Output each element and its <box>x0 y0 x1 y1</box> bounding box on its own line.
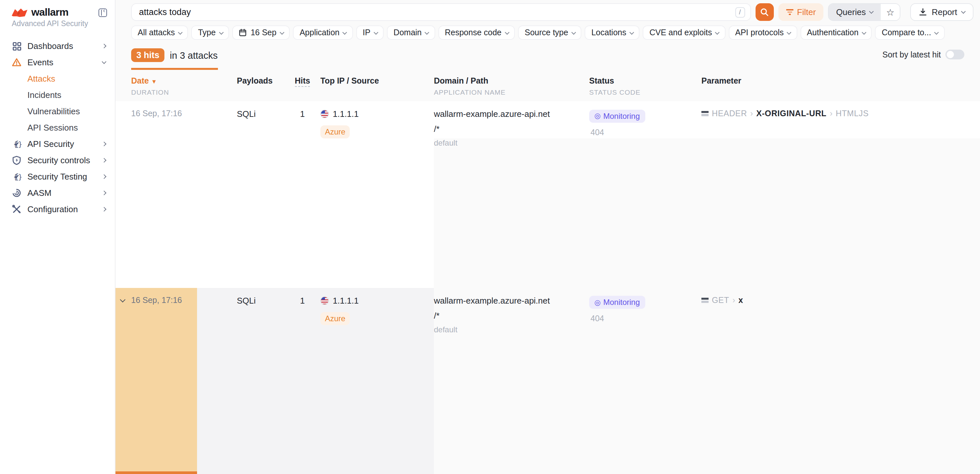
filter-chip-label: Type <box>198 28 216 37</box>
filter-chip-label: Application <box>299 28 339 37</box>
filter-chip-ip[interactable]: IP <box>356 26 384 40</box>
attack-row[interactable]: 16 Sep, 17:16 SQLi 1 1.1.1.1 Azure walla… <box>116 101 980 287</box>
sidebar-item-security-controls[interactable]: Security controls <box>12 152 110 168</box>
sidebar-item-label: Attacks <box>27 74 55 84</box>
filter-icon <box>786 8 793 16</box>
summary-row: 3 hits in 3 attacks Sort by latest hit <box>131 48 964 70</box>
column-status[interactable]: Status <box>589 77 702 86</box>
sidebar-item-label: Security Testing <box>27 172 102 182</box>
star-icon: ☆ <box>886 7 894 17</box>
sort-toggle[interactable] <box>945 49 964 59</box>
radar-icon <box>12 188 22 198</box>
filter-chip-source-type[interactable]: Source type <box>518 26 581 40</box>
search-button[interactable] <box>755 3 773 21</box>
chevron-down-icon <box>374 30 378 34</box>
chevron-right-icon <box>102 174 107 179</box>
search-icon <box>760 8 768 16</box>
sidebar-item-configuration[interactable]: Configuration <box>12 201 110 217</box>
chevron-right-icon <box>102 207 107 212</box>
chevron-down-icon <box>934 30 939 34</box>
sidebar-item-attacks[interactable]: Attacks <box>12 70 110 87</box>
source-tag-azure[interactable]: Azure <box>320 125 350 139</box>
attack-path: /* <box>434 310 589 320</box>
favorite-star-button[interactable]: ☆ <box>880 4 900 20</box>
attack-domain: wallarm-example.azure-api.net <box>434 109 589 119</box>
sidebar-item-api-sessions[interactable]: API Sessions <box>12 120 110 136</box>
attack-domain: wallarm-example.azure-api.net <box>434 295 589 305</box>
filter-chip-all-attacks[interactable]: All attacks <box>131 26 188 40</box>
filter-chip-16-sep[interactable]: 16 Sep <box>232 26 290 40</box>
attacks-table-header: Date ▼DURATION Payloads Hits Top IP / So… <box>116 77 980 101</box>
sort-desc-icon: ▼ <box>151 78 157 85</box>
search-input[interactable] <box>139 7 735 17</box>
attack-path: /* <box>434 124 589 134</box>
chevron-down-icon <box>787 30 791 34</box>
chevron-down-icon[interactable] <box>120 297 126 302</box>
hits-count-badge: 3 hits <box>131 48 165 62</box>
monitoring-icon: ◎ <box>594 112 601 120</box>
filter-chip-cve-and-exploits[interactable]: CVE and exploits <box>643 26 725 40</box>
sort-control: Sort by latest hit <box>883 49 964 59</box>
attacks-count-text: in 3 attacks <box>170 50 218 61</box>
monitoring-icon: ◎ <box>594 298 601 306</box>
chevron-right-icon <box>102 158 107 163</box>
sidebar-item-label: Dashboards <box>27 41 102 51</box>
filter-chip-domain[interactable]: Domain <box>387 26 435 40</box>
sidebar-item-api-security[interactable]: { {}API Security <box>12 136 110 152</box>
sidebar-item-label: API Security <box>27 139 102 149</box>
svg-text:{: { <box>13 173 18 181</box>
filter-chip-label: All attacks <box>138 28 175 37</box>
filter-chip-response-code[interactable]: Response code <box>439 26 515 40</box>
download-icon <box>919 8 927 16</box>
filter-chips-row: All attacksType16 SepApplicationIPDomain… <box>131 26 974 40</box>
filter-chip-api-protocols[interactable]: API protocols <box>729 26 797 40</box>
column-parameter[interactable]: Parameter <box>702 77 980 86</box>
search-box[interactable]: / <box>131 3 751 21</box>
slash-shortcut-hint: / <box>735 7 745 17</box>
filter-chip-label: Domain <box>393 28 422 37</box>
chevron-down-icon <box>716 30 720 34</box>
sidebar-nav: DashboardsEventsAttacksIncidentsVulnerab… <box>12 38 110 217</box>
queries-button[interactable]: Queries <box>829 4 880 20</box>
hits-tab[interactable]: 3 hits in 3 attacks <box>131 48 218 70</box>
attack-ip[interactable]: 1.1.1.1 <box>333 295 359 305</box>
sidebar-item-vulnerabilities[interactable]: Vulnerabilities <box>12 103 110 120</box>
attack-ip[interactable]: 1.1.1.1 <box>333 109 359 119</box>
column-domain[interactable]: Domain / Path <box>434 77 589 86</box>
sidebar-item-dashboards[interactable]: Dashboards <box>12 38 110 54</box>
chevron-right-icon <box>102 142 107 146</box>
sidebar-item-aasm[interactable]: AASM <box>12 185 110 201</box>
sidebar-item-label: AASM <box>27 188 102 198</box>
logo-text: wallarm <box>31 6 68 18</box>
report-button[interactable]: Report <box>910 3 974 21</box>
filter-button[interactable]: Filter <box>778 3 824 21</box>
filter-chip-authentication[interactable]: Authentication <box>800 26 872 40</box>
breadcrumb-sep: › <box>750 109 753 118</box>
chevron-down-icon <box>178 30 182 34</box>
filter-chip-label: Response code <box>445 28 502 37</box>
sidebar-item-incidents[interactable]: Incidents <box>12 87 110 103</box>
filter-chip-compare-to[interactable]: Compare to... <box>875 26 945 40</box>
calendar-icon <box>239 29 247 37</box>
breadcrumb-sep: › <box>830 109 832 118</box>
svg-text:{: { <box>13 140 18 148</box>
sidebar-item-events[interactable]: Events <box>12 54 110 70</box>
queries-group: Queries ☆ <box>828 3 900 21</box>
filter-chip-locations[interactable]: Locations <box>585 26 640 40</box>
filter-chip-application[interactable]: Application <box>293 26 353 40</box>
attack-hits: 1 <box>285 295 320 474</box>
parameter-point-icon <box>702 111 709 116</box>
attack-row-selected[interactable]: 16 Sep, 17:16 SQLi 1 1.1.1.1 Azure walla… <box>116 287 980 474</box>
app-window: wallarm Advanced API Security Dashboards… <box>0 0 980 474</box>
filter-chip-type[interactable]: Type <box>191 26 229 40</box>
column-date[interactable]: Date ▼ <box>131 77 237 86</box>
column-top-ip[interactable]: Top IP / Source <box>320 77 434 86</box>
sidebar-collapse-icon[interactable] <box>99 8 107 17</box>
column-hits[interactable]: Hits <box>294 77 310 87</box>
column-payloads[interactable]: Payloads <box>237 77 285 86</box>
chevron-right-icon <box>102 44 107 48</box>
sidebar-item-security-testing[interactable]: { {}Security Testing <box>12 168 110 185</box>
source-tag-azure[interactable]: Azure <box>320 312 350 325</box>
chevron-down-icon <box>343 30 347 34</box>
attack-date: 16 Sep, 17:16 <box>131 295 237 474</box>
